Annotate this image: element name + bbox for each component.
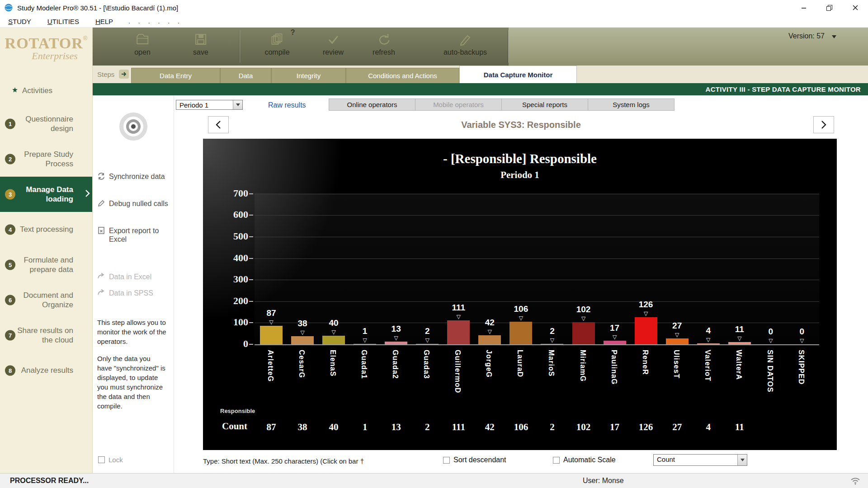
curved-arrow-icon xyxy=(97,272,105,281)
monitor-eye-icon xyxy=(119,113,147,141)
bar[interactable] xyxy=(447,320,470,344)
sidebar-step-questionnaire-design[interactable]: 1 Questionnaire design xyxy=(0,106,92,141)
sidebar-step-text-processing[interactable]: 4 Text processing xyxy=(0,212,92,247)
folder-open-icon xyxy=(134,31,151,47)
save-button[interactable]: save xyxy=(193,31,208,56)
variable-type-text: Type: Short text (Max. 250 characters) (… xyxy=(203,457,364,465)
auto-backups-button[interactable]: auto-backups xyxy=(443,31,487,56)
version-text: Version: 57 xyxy=(788,32,825,40)
bar-value-label: 0 xyxy=(788,327,816,337)
bar[interactable] xyxy=(728,342,751,344)
gridline xyxy=(255,280,819,280)
step-number-badge: 8 xyxy=(5,366,15,376)
bar[interactable] xyxy=(697,343,720,344)
bar-marker-icon: ▽ xyxy=(797,338,807,343)
activities-item[interactable]: Activities xyxy=(12,86,52,95)
data-in-spss-link[interactable]: Data in SPSS xyxy=(97,289,171,297)
export-report-excel-link[interactable]: Export report to Excel xyxy=(97,226,171,244)
bar[interactable] xyxy=(478,335,501,344)
y-tick-mark xyxy=(249,193,253,194)
count-value: 38 xyxy=(287,422,318,433)
bar[interactable] xyxy=(260,326,283,344)
bar-marker-icon: ▽ xyxy=(423,338,432,343)
sort-descendant-control: Sort descendant xyxy=(443,456,506,464)
dropdown-arrow-icon[interactable] xyxy=(233,100,242,109)
chevron-down-icon xyxy=(832,32,836,40)
special-reports-button[interactable]: Special reports xyxy=(501,99,588,111)
menu-study[interactable]: STUDY xyxy=(8,18,31,25)
tab-integrity[interactable]: Integrity xyxy=(271,68,346,83)
bar[interactable] xyxy=(291,336,314,344)
logo-text: ROTATOR xyxy=(5,35,83,52)
sort-descendant-checkbox[interactable] xyxy=(443,457,450,464)
bar-value-label: 42 xyxy=(476,318,503,328)
menu-utilities[interactable]: UTILITIES xyxy=(47,18,79,25)
sidebar-step-prepare-study[interactable]: 2 Prepare Study Process xyxy=(0,141,92,177)
bar[interactable] xyxy=(635,317,657,344)
title-bar: Study Modeler Pro® 30.51 - [\Estudio Bac… xyxy=(0,0,868,15)
sidebar: ROTATOR® Enterprises Activities 1 Questi… xyxy=(0,28,93,473)
open-button[interactable]: open xyxy=(134,31,151,56)
debug-nulled-calls-link[interactable]: Debug nulled calls xyxy=(97,199,171,209)
compile-button[interactable]: ? compile xyxy=(264,31,289,56)
mobile-operators-button[interactable]: Mobile operators xyxy=(415,99,502,111)
menu-help[interactable]: HELP xyxy=(95,18,113,25)
lock-control: Lock xyxy=(98,456,123,464)
period-dropdown[interactable]: Periodo 1 xyxy=(176,100,243,110)
minimize-icon xyxy=(801,5,807,11)
sidebar-step-share-results[interactable]: 7 Share results on the cloud xyxy=(0,318,92,353)
bar[interactable] xyxy=(572,322,595,344)
tab-conditions-actions[interactable]: Conditions and Actions xyxy=(346,68,459,83)
bar[interactable] xyxy=(604,341,626,344)
synchronize-data-link[interactable]: Synchronize data xyxy=(97,172,171,182)
sidebar-step-manage-data-loading[interactable]: 3 Manage Data loading xyxy=(0,177,92,212)
gridline xyxy=(255,301,819,302)
tab-data[interactable]: Data xyxy=(220,68,271,83)
bar-marker-icon: ▽ xyxy=(704,337,713,343)
y-tick-mark xyxy=(249,236,253,237)
category-label: SIN DATOS xyxy=(766,350,774,393)
refresh-button[interactable]: refresh xyxy=(373,31,395,56)
version-selector[interactable]: Version: 57 xyxy=(788,32,836,40)
close-button[interactable] xyxy=(842,0,868,15)
lock-checkbox[interactable] xyxy=(98,456,105,463)
measure-dropdown[interactable]: Count xyxy=(653,454,747,466)
bar-marker-icon: ▽ xyxy=(642,311,651,316)
tab-data-entry[interactable]: Data Entry xyxy=(131,68,220,83)
bar[interactable] xyxy=(322,336,345,344)
count-value: 1 xyxy=(349,422,380,433)
bar[interactable] xyxy=(354,344,376,345)
bar[interactable] xyxy=(541,344,563,345)
y-tick-mark xyxy=(249,279,253,280)
sidebar-step-document-organize[interactable]: 6 Document and Organize xyxy=(0,282,92,318)
tab-data-capture-monitor[interactable]: Data Capture Monitor xyxy=(459,66,577,83)
count-value: 11 xyxy=(724,422,755,433)
raw-results-link[interactable]: Raw results xyxy=(268,101,306,109)
minimize-button[interactable] xyxy=(791,0,816,15)
data-in-excel-link[interactable]: Data in Excel xyxy=(97,272,171,281)
sidebar-step-analyze-results[interactable]: 8 Analyze results xyxy=(0,353,92,388)
toolbar-separator xyxy=(508,30,509,63)
category-label: JorgeG xyxy=(485,350,493,378)
online-operators-button[interactable]: Online operators xyxy=(329,99,415,111)
maximize-button[interactable] xyxy=(816,0,842,15)
bar[interactable] xyxy=(509,322,532,344)
automatic-scale-checkbox[interactable] xyxy=(553,457,560,464)
count-value: 106 xyxy=(505,422,536,433)
gridline xyxy=(255,215,819,216)
pencil-icon xyxy=(97,199,105,209)
system-logs-button[interactable]: System logs xyxy=(588,99,675,111)
previous-variable-button[interactable] xyxy=(208,116,229,133)
bar[interactable] xyxy=(416,344,439,345)
review-button[interactable]: review xyxy=(323,31,344,56)
bar[interactable] xyxy=(666,338,689,344)
sidebar-step-formulate-data[interactable]: 5 Formulate and prepare data xyxy=(0,247,92,282)
next-variable-button[interactable] xyxy=(813,116,834,133)
chevron-right-icon xyxy=(85,189,90,199)
tab-bar: Steps Data Entry Data Integrity Conditio… xyxy=(93,66,868,83)
gridline xyxy=(255,237,819,237)
bar[interactable] xyxy=(385,342,407,344)
bar-value-label: 11 xyxy=(726,324,753,334)
dropdown-arrow-icon[interactable] xyxy=(737,455,747,465)
bar-value-label: 111 xyxy=(445,303,472,313)
